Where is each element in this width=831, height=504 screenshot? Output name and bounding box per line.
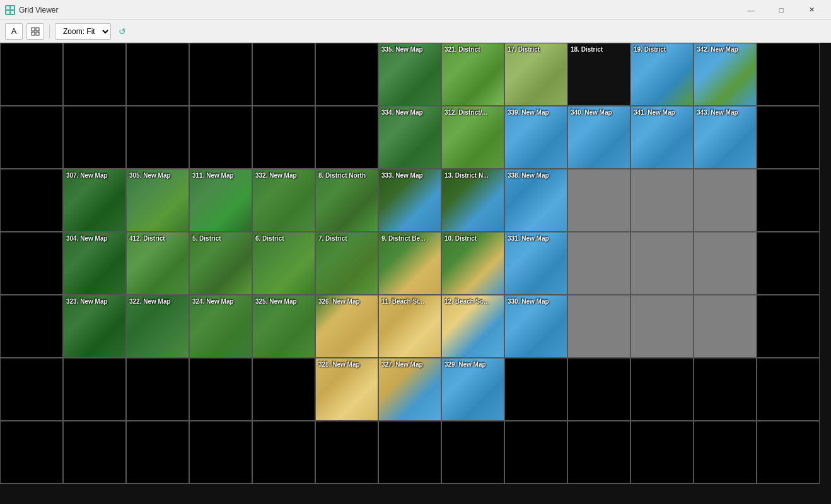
grid-cell-r5c0[interactable] <box>0 358 63 421</box>
grid-cell-r2c9[interactable] <box>567 169 631 232</box>
grid-cell-r0c6[interactable]: 335. New Map <box>378 43 441 106</box>
grid-cell-r4c9[interactable] <box>567 295 631 358</box>
grid-cell-r4c4[interactable]: 325. New Map <box>252 295 315 358</box>
grid-cell-r4c8[interactable]: 330. New Map <box>504 295 567 358</box>
grid-cell-r4c12[interactable] <box>757 295 820 358</box>
grid-cell-r5c1[interactable] <box>63 358 126 421</box>
grid-cell-r2c1[interactable]: 307. New Map <box>63 169 126 232</box>
grid-cell-r1c8[interactable]: 339. New Map <box>504 106 567 169</box>
minimize-button[interactable]: — <box>736 0 765 20</box>
grid-cell-r3c8[interactable]: 331. New Map <box>504 232 567 295</box>
grid-cell-r6c3[interactable] <box>189 421 252 484</box>
grid-cell-r6c6[interactable] <box>378 421 441 484</box>
grid-cell-r4c2[interactable]: 322. New Map <box>126 295 189 358</box>
grid-cell-r1c12[interactable] <box>757 106 820 169</box>
grid-cell-r0c2[interactable] <box>126 43 189 106</box>
grid-cell-r2c11[interactable] <box>694 169 757 232</box>
grid-cell-r1c9[interactable]: 340. New Map <box>567 106 631 169</box>
grid-cell-r5c2[interactable] <box>126 358 189 421</box>
grid-cell-r1c5[interactable] <box>315 106 378 169</box>
grid-cell-r5c11[interactable] <box>694 358 757 421</box>
grid-cell-r3c10[interactable] <box>631 232 694 295</box>
grid-cell-r1c3[interactable] <box>189 106 252 169</box>
grid-cell-r1c2[interactable] <box>126 106 189 169</box>
zoom-select[interactable]: Zoom: Fit 50% 75% 100% 150% 200% <box>55 23 111 40</box>
grid-cell-r0c3[interactable] <box>189 43 252 106</box>
refresh-button[interactable]: ↺ <box>115 24 130 39</box>
grid-cell-r3c11[interactable] <box>694 232 757 295</box>
grid-cell-r3c4[interactable]: 6. District <box>252 232 315 295</box>
grid-cell-r5c9[interactable] <box>567 358 631 421</box>
grid-cell-r1c10[interactable]: 341. New Map <box>631 106 694 169</box>
grid-cell-r0c10[interactable]: 19. District <box>631 43 694 106</box>
grid-cell-r6c7[interactable] <box>441 421 504 484</box>
grid-cell-r0c5[interactable] <box>315 43 378 106</box>
grid-cell-r5c3[interactable] <box>189 358 252 421</box>
grid-cell-r1c0[interactable] <box>0 106 63 169</box>
grid-cell-r0c0[interactable] <box>0 43 63 106</box>
grid-cell-r0c7[interactable]: 321. District <box>441 43 504 106</box>
grid-cell-r5c4[interactable] <box>252 358 315 421</box>
grid-cell-r3c6[interactable]: 9. District Be... <box>378 232 441 295</box>
grid-cell-r0c4[interactable] <box>252 43 315 106</box>
grid-cell-r1c7[interactable]: 312. District/... <box>441 106 504 169</box>
grid-cell-r4c5[interactable]: 326. New Map <box>315 295 378 358</box>
grid-cell-r3c2[interactable]: 412. District <box>126 232 189 295</box>
grid-cell-r2c3[interactable]: 311. New Map <box>189 169 252 232</box>
grid-cell-r2c0[interactable] <box>0 169 63 232</box>
grid-button[interactable] <box>26 23 44 40</box>
grid-cell-r0c8[interactable]: 17. District <box>504 43 567 106</box>
grid-cell-r1c1[interactable] <box>63 106 126 169</box>
grid-cell-r5c8[interactable] <box>504 358 567 421</box>
grid-cell-r3c12[interactable] <box>757 232 820 295</box>
grid-cell-r4c6[interactable]: 11. Beach St... <box>378 295 441 358</box>
grid-cell-r3c5[interactable]: 7. District <box>315 232 378 295</box>
grid-cell-r0c9[interactable]: 18. District <box>567 43 631 106</box>
grid-cell-r6c4[interactable] <box>252 421 315 484</box>
grid-cell-r5c5[interactable]: 328. New Map <box>315 358 378 421</box>
grid-cell-r6c0[interactable] <box>0 421 63 484</box>
grid-cell-r5c12[interactable] <box>757 358 820 421</box>
grid-cell-r3c1[interactable]: 304. New Map <box>63 232 126 295</box>
grid-cell-r1c11[interactable]: 343. New Map <box>694 106 757 169</box>
grid-cell-r2c10[interactable] <box>631 169 694 232</box>
grid-cell-r5c6[interactable]: 327. New Map <box>378 358 441 421</box>
grid-cell-r6c8[interactable] <box>504 421 567 484</box>
grid-cell-r0c11[interactable]: 342. New Map <box>694 43 757 106</box>
grid-cell-r4c1[interactable]: 323. New Map <box>63 295 126 358</box>
grid-cell-r6c12[interactable] <box>757 421 820 484</box>
maximize-button[interactable]: □ <box>767 0 796 20</box>
grid-cell-r0c12[interactable] <box>757 43 820 106</box>
grid-cell-r6c9[interactable] <box>567 421 631 484</box>
grid-cell-r2c8[interactable]: 338. New Map <box>504 169 567 232</box>
grid-cell-r3c7[interactable]: 10. District <box>441 232 504 295</box>
grid-cell-r2c4[interactable]: 332. New Map <box>252 169 315 232</box>
grid-cell-r6c1[interactable] <box>63 421 126 484</box>
close-button[interactable]: ✕ <box>797 0 826 20</box>
grid-cell-r4c11[interactable] <box>694 295 757 358</box>
grid-cell-r3c3[interactable]: 5. District <box>189 232 252 295</box>
cell-label-r5c5: 328. New Map <box>318 361 360 369</box>
grid-cell-r3c9[interactable] <box>567 232 631 295</box>
grid-cell-r2c7[interactable]: 13. District N... <box>441 169 504 232</box>
grid-cell-r2c5[interactable]: 8. District North <box>315 169 378 232</box>
grid-cell-r4c0[interactable] <box>0 295 63 358</box>
grid-cell-r3c0[interactable] <box>0 232 63 295</box>
grid-cell-r6c10[interactable] <box>631 421 694 484</box>
grid-cell-r5c10[interactable] <box>631 358 694 421</box>
grid-cell-r1c4[interactable] <box>252 106 315 169</box>
grid-cell-r2c12[interactable] <box>757 169 820 232</box>
grid-cell-r0c1[interactable] <box>63 43 126 106</box>
grid-cell-r4c7[interactable]: 12. Beach So... <box>441 295 504 358</box>
grid-cell-r6c5[interactable] <box>315 421 378 484</box>
font-button[interactable]: A <box>5 23 23 40</box>
grid-cell-r1c6[interactable]: 334. New Map <box>378 106 441 169</box>
grid-cell-r6c2[interactable] <box>126 421 189 484</box>
grid-cell-r5c7[interactable]: 329. New Map <box>441 358 504 421</box>
grid-cell-r2c2[interactable]: 305. New Map <box>126 169 189 232</box>
cell-label-r1c11: 343. New Map <box>697 109 738 117</box>
grid-cell-r4c3[interactable]: 324. New Map <box>189 295 252 358</box>
grid-cell-r4c10[interactable] <box>631 295 694 358</box>
grid-cell-r2c6[interactable]: 333. New Map <box>378 169 441 232</box>
grid-cell-r6c11[interactable] <box>694 421 757 484</box>
